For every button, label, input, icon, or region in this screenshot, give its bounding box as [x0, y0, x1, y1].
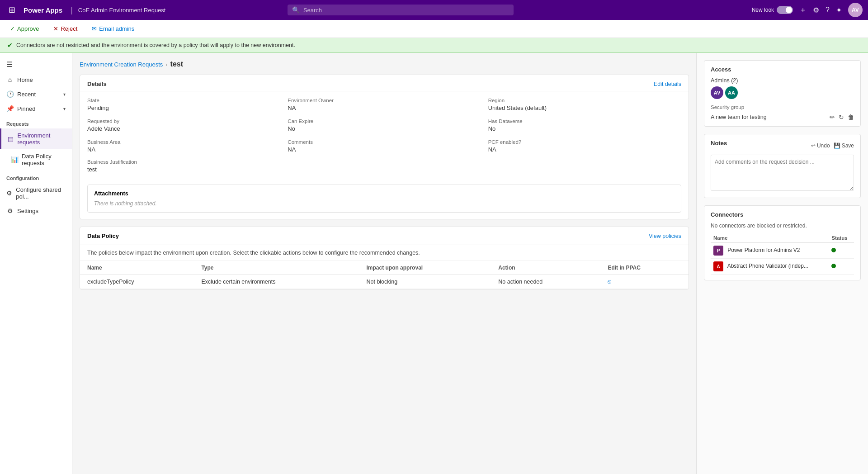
- security-group-value: A new team for testing: [711, 114, 767, 120]
- sidebar-item-data-policy[interactable]: 📊 Data Policy requests: [0, 149, 72, 170]
- sidebar-item-pinned[interactable]: 📌 Pinned ▾: [0, 101, 72, 116]
- content-area: Environment Creation Requests › test Det…: [72, 53, 696, 474]
- save-label: Save: [842, 142, 854, 149]
- breadcrumb-parent[interactable]: Environment Creation Requests: [80, 61, 163, 68]
- sidebar-item-env-requests[interactable]: ▤ Environment requests: [0, 128, 72, 149]
- data-policy-title: Data Policy: [87, 232, 119, 239]
- list-item: A Abstract Phone Validator (Indep...: [711, 259, 854, 275]
- email-admins-label: Email admins: [99, 25, 134, 32]
- sidebar-pinned-label: Pinned: [17, 105, 35, 112]
- new-look-label: New look: [752, 7, 774, 13]
- new-look-switch[interactable]: [777, 6, 793, 14]
- dp-row-action: No action needed: [491, 275, 600, 289]
- undo-label: Undo: [817, 142, 830, 149]
- settings-sidebar-icon: ⚙: [6, 207, 14, 214]
- search-input[interactable]: [303, 7, 509, 14]
- breadcrumb: Environment Creation Requests › test: [80, 60, 689, 68]
- owner-label: Environment Owner: [288, 98, 481, 103]
- requested-by-value: Adele Vance: [87, 125, 280, 132]
- dp-col-edit: Edit in PPAC: [600, 261, 689, 275]
- sidebar-item-recent[interactable]: 🕐 Recent ▾: [0, 87, 72, 101]
- comments-value: NA: [288, 146, 481, 153]
- security-group-row: A new team for testing ✏ ↻ 🗑: [711, 114, 854, 121]
- data-policy-card: Data Policy View policies The policies b…: [80, 227, 689, 289]
- dp-description-text: The policies below impact the environmen…: [87, 250, 420, 256]
- home-icon: ⌂: [6, 76, 14, 83]
- hamburger-menu[interactable]: ☰: [0, 57, 72, 72]
- approve-button[interactable]: ✓ Approve: [7, 24, 42, 34]
- connector-status: [829, 243, 854, 259]
- view-policies-link[interactable]: View policies: [649, 233, 681, 239]
- sidebar-item-home[interactable]: ⌂ Home: [0, 72, 72, 87]
- owner-value: NA: [288, 104, 481, 111]
- help-icon[interactable]: ?: [826, 6, 830, 14]
- notes-header: Notes ↩ Undo 💾 Save: [711, 140, 854, 151]
- env-requests-icon: ▤: [8, 135, 14, 142]
- sidebar-settings-label: Settings: [17, 208, 38, 214]
- connectors-status: No connectors are blocked or restricted.: [711, 223, 854, 229]
- edit-details-link[interactable]: Edit details: [654, 81, 681, 87]
- x-icon: ✕: [53, 25, 58, 32]
- comments-field: Comments NA: [288, 139, 481, 153]
- table-row: excludeTypePolicy Exclude certain enviro…: [80, 275, 689, 289]
- admins-row: Admins (2): [711, 77, 854, 84]
- dp-row-name: excludeTypePolicy: [80, 275, 194, 289]
- breadcrumb-separator: ›: [165, 61, 167, 68]
- sg-delete-button[interactable]: 🗑: [848, 114, 854, 121]
- user-avatar[interactable]: AV: [848, 3, 863, 17]
- connector-icon-pp: P: [713, 246, 723, 256]
- reject-button[interactable]: ✕ Reject: [51, 24, 80, 34]
- new-look-toggle: New look: [752, 6, 793, 14]
- copilot-icon[interactable]: ✦: [836, 6, 842, 14]
- status-dot-green: [831, 264, 836, 268]
- data-policy-table: Name Type Impact upon approval Action Ed…: [80, 261, 689, 289]
- admin2-initials: AA: [728, 90, 735, 95]
- admin1-initials: AV: [714, 90, 720, 95]
- region-value: United States (default): [488, 104, 681, 111]
- connectors-section: Connectors No connectors are blocked or …: [704, 205, 861, 280]
- notes-actions: ↩ Undo 💾 Save: [811, 142, 854, 149]
- sg-edit-button[interactable]: ✏: [830, 114, 835, 121]
- state-field: State Pending: [87, 98, 280, 111]
- sidebar-item-settings[interactable]: ⚙ Settings: [0, 204, 72, 218]
- connector-name: P Power Platform for Admins V2: [711, 243, 829, 259]
- search-icon: 🔍: [292, 6, 300, 14]
- notes-textarea[interactable]: [711, 155, 854, 191]
- security-group-label: Security group: [711, 104, 854, 110]
- search-bar[interactable]: 🔍: [288, 5, 514, 15]
- conn-col-status: Status: [829, 233, 854, 243]
- save-button[interactable]: 💾 Save: [834, 142, 854, 149]
- state-value: Pending: [87, 104, 280, 111]
- sidebar-data-policy-label: Data Policy requests: [22, 153, 66, 166]
- dp-row-impact: Not blocking: [359, 275, 491, 289]
- waffle-menu[interactable]: ⊞: [5, 5, 18, 15]
- sidebar-recent-label: Recent: [17, 91, 36, 98]
- sg-refresh-button[interactable]: ↻: [839, 114, 844, 121]
- security-group-actions: ✏ ↻ 🗑: [830, 114, 854, 121]
- sidebar-item-configure-shared[interactable]: ⚙ Configure shared pol...: [0, 183, 72, 204]
- email-admins-button[interactable]: ✉ Email admins: [89, 24, 137, 34]
- undo-icon: ↩: [811, 142, 816, 149]
- settings-icon[interactable]: ⚙: [813, 6, 819, 14]
- has-dataverse-field: Has Dataverse No: [488, 118, 681, 132]
- sidebar: ☰ ⌂ Home 🕐 Recent ▾ 📌 Pinned ▾ Requests …: [0, 53, 72, 474]
- breadcrumb-current: test: [170, 60, 183, 68]
- access-section: Access Admins (2) AV AA Security group A…: [704, 60, 861, 127]
- details-card-header: Details Edit details: [80, 75, 689, 91]
- has-dataverse-label: Has Dataverse: [488, 118, 681, 124]
- business-area-field: Business Area NA: [87, 139, 280, 153]
- connectors-table: Name Status P Power Platform for Admins …: [711, 233, 854, 275]
- requests-section-header: Requests: [0, 116, 72, 128]
- requested-by-field: Requested by Adele Vance: [87, 118, 280, 132]
- dp-row-edit[interactable]: ⎋: [600, 275, 689, 289]
- dp-row-type: Exclude certain environments: [194, 275, 359, 289]
- app-name: Power Apps: [24, 6, 62, 14]
- configure-icon: ⚙: [6, 190, 12, 197]
- undo-button[interactable]: ↩ Undo: [811, 142, 830, 149]
- data-policy-description: The policies below impact the environmen…: [80, 245, 689, 261]
- add-icon[interactable]: ＋: [799, 5, 807, 15]
- notes-section: Notes ↩ Undo 💾 Save: [704, 134, 861, 198]
- approve-label: Approve: [17, 25, 39, 32]
- admin-avatar-aa: AA: [725, 86, 738, 99]
- notes-title: Notes: [711, 140, 727, 147]
